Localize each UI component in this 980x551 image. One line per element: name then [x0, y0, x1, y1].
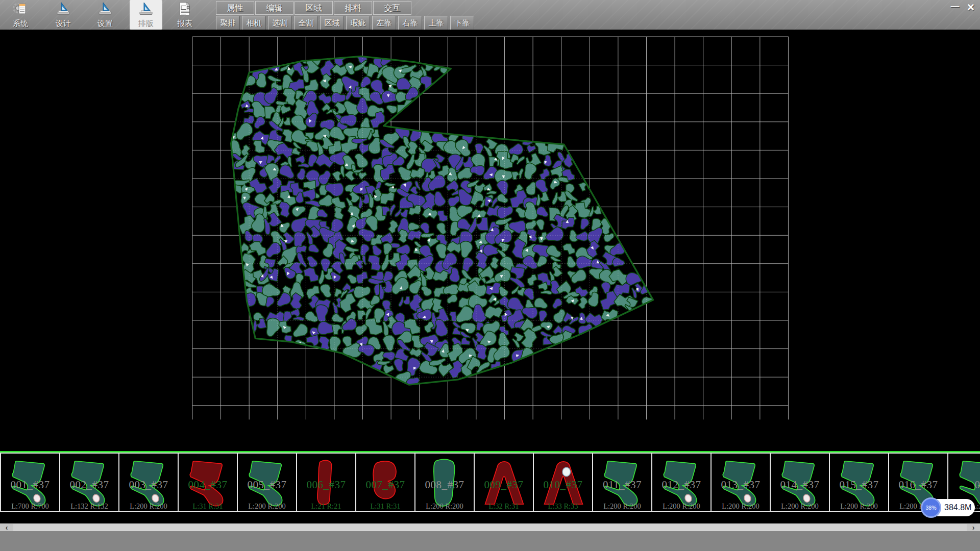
piece-lr-info: L:21 R:21	[297, 502, 355, 511]
piece-thumbnail[interactable]: 001_#37L:700 R:700	[0, 453, 60, 512]
action-button-cluster-nest[interactable]: 聚排	[216, 16, 240, 30]
app-button-label: 设置	[97, 19, 113, 29]
minimize-button[interactable]: —	[947, 2, 963, 12]
piece-id: 013_#37	[712, 479, 770, 491]
action-button-snap-left[interactable]: 左靠	[372, 16, 396, 30]
piece-thumbnail[interactable]: 014_#37L:200 R:200	[770, 453, 830, 512]
scroll-left-arrow[interactable]: ‹	[0, 524, 13, 532]
nesting-canvas[interactable]	[0, 30, 980, 451]
app-button-label: 设计	[56, 19, 71, 29]
piece-id: 004_#37	[179, 479, 237, 491]
piece-lr-info: L:200 R:200	[652, 502, 710, 511]
piece-id: 011_#37	[593, 479, 651, 491]
action-button-select-cut[interactable]: 选割	[268, 16, 292, 30]
horizontal-scrollbar[interactable]: ‹ ›	[0, 523, 980, 532]
piece-id: 002_#37	[60, 479, 118, 491]
design-ruler-icon	[56, 0, 71, 18]
progress-circle: 38%	[921, 497, 941, 518]
memory-status-badge: 38% 384.8M	[923, 499, 975, 516]
action-button-region[interactable]: 区域	[320, 16, 344, 30]
settings-ruler-icon	[97, 0, 113, 18]
main-toolbar: 系统设计设置排版报表 属性编辑区域排料交互 聚排相机选割全割区域瑕疵左靠右靠上靠…	[0, 0, 980, 30]
layout-ruler-icon	[138, 0, 154, 18]
piece-thumbnail[interactable]: 008_#37L:200 R:200	[414, 453, 475, 512]
thumbnail-cells: 001_#37L:700 R:700002_#37L:132 R:132003_…	[0, 453, 980, 513]
piece-thumbnail[interactable]: 007_#37L:31 R:31	[355, 453, 415, 512]
piece-lr-info: L:700 R:700	[1, 502, 59, 511]
app-button-report[interactable]: 报表	[168, 0, 201, 30]
piece-id: 001_#37	[1, 479, 59, 491]
piece-id: 006_#37	[297, 479, 355, 491]
menu-tab-interact[interactable]: 交互	[373, 1, 411, 15]
menu-tab-edit[interactable]: 编辑	[255, 1, 293, 15]
system-gear-icon	[13, 0, 28, 18]
action-button-defect[interactable]: 瑕疵	[346, 16, 370, 30]
piece-thumbnail-strip: 001_#37L:700 R:700002_#37L:132 R:132003_…	[0, 451, 980, 513]
strip-bottom-gap	[0, 513, 980, 523]
app-button-system[interactable]: 系统	[4, 0, 37, 30]
action-button-snap-bottom[interactable]: 下靠	[450, 16, 474, 30]
piece-id: 016_#37	[889, 479, 947, 491]
app-button-label: 排版	[138, 19, 154, 29]
piece-id: 010_#37	[534, 479, 592, 491]
piece-thumbnail[interactable]: 002_#37L:132 R:132	[59, 453, 119, 512]
piece-thumbnail[interactable]: 005_#37L:200 R:200	[237, 453, 297, 512]
piece-id: 012_#37	[652, 479, 710, 491]
memory-value: 384.8M	[944, 499, 971, 516]
menu-tab-region[interactable]: 区域	[295, 1, 333, 15]
piece-lr-info: L:32 R:31	[475, 502, 533, 511]
piece-id: 0	[948, 479, 980, 491]
report-doc-icon	[177, 0, 192, 18]
app-button-layout[interactable]: 排版	[130, 0, 162, 30]
app-button-design[interactable]: 设计	[47, 0, 80, 30]
scroll-right-arrow[interactable]: ›	[967, 524, 980, 532]
piece-thumbnail[interactable]: 012_#37L:200 R:200	[651, 453, 712, 512]
piece-thumbnail[interactable]: 004_#37L:31 R:31	[178, 453, 238, 512]
piece-id: 014_#37	[771, 479, 829, 491]
app-window: 系统设计设置排版报表 属性编辑区域排料交互 聚排相机选割全割区域瑕疵左靠右靠上靠…	[0, 0, 980, 551]
app-button-settings[interactable]: 设置	[89, 0, 121, 30]
piece-lr-info: L:200 R:200	[593, 502, 651, 511]
action-button-camera[interactable]: 相机	[242, 16, 266, 30]
piece-lr-info: L:200 R:200	[712, 502, 770, 511]
piece-lr-info: L:31 R:31	[179, 502, 237, 511]
piece-id: 015_#37	[830, 479, 888, 491]
app-button-label: 报表	[177, 19, 192, 29]
piece-id: 003_#37	[119, 479, 178, 491]
action-button-snap-right[interactable]: 右靠	[398, 16, 422, 30]
piece-id: 007_#37	[356, 479, 414, 491]
action-button-snap-top[interactable]: 上靠	[424, 16, 448, 30]
close-button[interactable]: ✕	[964, 2, 978, 12]
piece-lr-info: L:33 R:33	[534, 502, 592, 511]
piece-thumbnail[interactable]: 011_#37L:200 R:200	[592, 453, 652, 512]
window-footer	[0, 531, 980, 551]
action-button-cut-all[interactable]: 全割	[294, 16, 318, 30]
piece-lr-info: L:132 R:132	[60, 502, 118, 511]
piece-thumbnail[interactable]: 006_#37L:21 R:21	[296, 453, 356, 512]
piece-thumbnail[interactable]: 003_#37L:200 R:200	[118, 453, 179, 512]
piece-lr-info: L:200 R:200	[771, 502, 829, 511]
piece-id: 009_#37	[475, 479, 533, 491]
piece-lr-info: L:200 R:200	[415, 502, 474, 511]
piece-lr-info: L:31 R:31	[356, 502, 414, 511]
menu-tab-properties[interactable]: 属性	[216, 1, 254, 15]
piece-thumbnail[interactable]: 009_#37L:32 R:31	[474, 453, 534, 512]
piece-id: 008_#37	[415, 479, 474, 491]
piece-lr-info: L:200 R:200	[830, 502, 888, 511]
piece-lr-info: L:200 R:200	[119, 502, 178, 511]
piece-thumbnail[interactable]: 013_#37L:200 R:200	[710, 453, 771, 512]
app-button-label: 系统	[13, 19, 28, 29]
piece-id: 005_#37	[238, 479, 296, 491]
menu-tab-nesting[interactable]: 排料	[334, 1, 372, 15]
piece-lr-info: L:200 R:200	[238, 502, 296, 511]
piece-thumbnail[interactable]: 010_#37L:33 R:33	[533, 453, 593, 512]
piece-thumbnail[interactable]: 015_#37L:200 R:200	[829, 453, 889, 512]
